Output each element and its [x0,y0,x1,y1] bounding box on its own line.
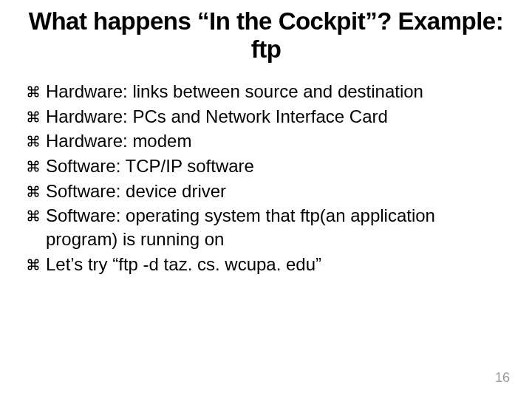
command-key-icon [27,134,40,148]
bullet-text: Software: device driver [46,180,511,203]
bullet-text: Software: operating system that ftp(an a… [46,204,511,250]
list-item: Software: TCP/IP software [27,154,511,178]
command-key-icon [27,258,40,271]
page-number: 16 [495,370,510,386]
slide-title: What happens “In the Cockpit”? Example: … [21,7,511,64]
slide: What happens “In the Cockpit”? Example: … [0,0,532,399]
list-item: Hardware: PCs and Network Interface Card [27,105,511,129]
bullet-text: Hardware: modem [46,129,511,153]
bullet-text: Hardware: PCs and Network Interface Card [46,105,511,129]
command-key-icon [27,209,40,222]
bullet-text: Let’s try “ftp -d taz. cs. wcupa. edu” [46,253,511,276]
bullet-text: Software: TCP/IP software [46,154,511,178]
command-key-icon [27,160,40,173]
command-key-icon [27,110,40,123]
command-key-icon [27,85,40,98]
list-item: Software: device driver [27,180,511,203]
bullet-text: Hardware: links between source and desti… [46,80,511,103]
list-item: Hardware: modem [27,129,511,153]
bullet-list: Hardware: links between source and desti… [21,80,511,276]
list-item: Let’s try “ftp -d taz. cs. wcupa. edu” [27,253,511,276]
list-item: Hardware: links between source and desti… [27,80,511,103]
list-item: Software: operating system that ftp(an a… [27,204,511,250]
command-key-icon [27,185,40,198]
